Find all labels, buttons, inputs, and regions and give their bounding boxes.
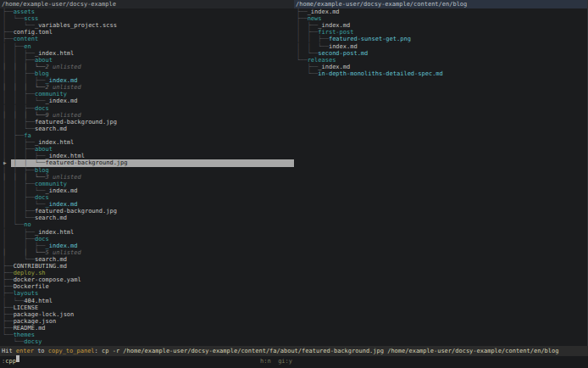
tree-row[interactable]: │ │ ├──_index.html xyxy=(3,139,294,146)
tree-row[interactable]: ├──LICENSE xyxy=(3,304,294,311)
tree-branch: │ │ ├── xyxy=(297,36,329,42)
tree-branch: │ └── xyxy=(297,50,318,57)
tree-row[interactable]: │ │ │ └──_index.md xyxy=(3,98,294,104)
file-name: 2 unlisted xyxy=(46,64,81,70)
tree-branch: └── xyxy=(297,70,318,77)
tree-branch: ├── xyxy=(3,8,14,15)
tree-branch: │ │ ├── xyxy=(3,50,35,57)
tree-row[interactable]: ▶│ │ │ └──featured-background.jpg xyxy=(3,159,294,166)
tree-row[interactable]: └──docsy xyxy=(3,338,294,345)
right-input-area[interactable] xyxy=(296,356,588,368)
tree-branch: └── xyxy=(297,57,308,64)
tree-row[interactable]: ├──layouts xyxy=(3,290,294,297)
tree-row[interactable]: │ │ ├──blog xyxy=(3,167,294,174)
dir-name: docsy xyxy=(24,338,42,345)
file-name: 5 unlisted xyxy=(46,249,81,256)
tree-row[interactable]: ├──Dockerfile xyxy=(3,283,294,290)
tree-branch: │ │ │ └── xyxy=(3,64,46,70)
tree-branch: │ └── xyxy=(3,221,24,228)
file-name: in-depth-monoliths-detailed-spec.md xyxy=(318,70,443,77)
tree-branch: ├── xyxy=(3,318,14,325)
tree-row[interactable]: │ │ ├──featured-sunset-get.png xyxy=(297,36,587,42)
tree-row[interactable]: │ └──scss xyxy=(3,15,294,22)
tree-row[interactable]: ├──package.json xyxy=(3,318,294,325)
tree-row[interactable]: │ ├──_index.html xyxy=(3,229,294,236)
tree-row[interactable]: │ │ │ └──9 unlisted xyxy=(3,112,294,119)
tree-row[interactable]: └──in-depth-monoliths-detailed-spec.md xyxy=(297,70,587,77)
file-name: second-post.md xyxy=(318,50,368,57)
tree-row[interactable]: ├──content xyxy=(3,36,294,42)
tree-row[interactable]: ├──_index.md xyxy=(297,8,587,15)
tree-row[interactable]: │ ├──fa xyxy=(3,132,294,139)
tree-row[interactable]: ├──news xyxy=(297,15,587,22)
tree-row[interactable]: └──releases xyxy=(297,57,587,64)
tree-row[interactable]: ├──_index.md xyxy=(297,64,587,70)
file-name: 9 unlisted xyxy=(46,112,81,119)
file-name: search.md xyxy=(35,125,67,132)
file-name: featured-background.jpg xyxy=(35,208,117,215)
tree-row[interactable]: │ ├──docs xyxy=(3,236,294,243)
dir-name: assets xyxy=(14,8,35,15)
tree-branch: │ │ ├── xyxy=(3,146,35,153)
tree-row[interactable]: │ │ ├──community xyxy=(3,181,294,187)
tree-row[interactable]: │ └──second-post.md xyxy=(297,50,587,57)
right-panel-root-path[interactable]: /home/example-user/docsy-example/content… xyxy=(294,0,587,8)
tree-row[interactable]: │ │ └──5 unlisted xyxy=(3,249,294,256)
tree-row[interactable]: │ │ ├──blog xyxy=(3,70,294,77)
dir-name: releases xyxy=(308,57,336,64)
file-name: search.md xyxy=(35,215,67,221)
tree-row[interactable]: │ │ └──index.md xyxy=(297,43,587,50)
tree-row[interactable]: │ │ └──search.md xyxy=(3,125,294,132)
tree-row[interactable]: │ │ ├──_index.md xyxy=(3,243,294,249)
tree-row[interactable]: ├──README.md xyxy=(3,325,294,332)
file-name: featured-background.jpg xyxy=(46,159,128,166)
dir-name: docs xyxy=(35,236,49,243)
tree-branch: │ │ ├── xyxy=(3,167,35,174)
dir-name: community xyxy=(35,181,67,187)
tree-row[interactable]: ├──assets xyxy=(3,8,294,15)
tree-row[interactable]: │ ├──en xyxy=(3,43,294,50)
file-name: search.md xyxy=(35,256,67,263)
file-name: 3 unlisted xyxy=(46,174,81,181)
tree-branch: ├── xyxy=(3,304,14,311)
tree-row[interactable]: ├──package-lock.json xyxy=(3,311,294,318)
tree-row[interactable]: │ │ ├──about xyxy=(3,57,294,64)
tree-row[interactable]: │ │ └──search.md xyxy=(3,215,294,221)
tree-branch: └── xyxy=(3,332,14,338)
status-segment: copy_to_panel xyxy=(48,348,95,354)
tree-branch: │ │ │ ├── xyxy=(3,77,46,84)
tree-row[interactable]: │ │ │ └──_index.md xyxy=(3,201,294,208)
tree-row[interactable]: │ └──no xyxy=(3,221,294,228)
command-input-area[interactable]: :cpp h:n gi:y xyxy=(0,356,296,368)
file-name: 404.html xyxy=(24,298,53,304)
tree-row[interactable]: │ │ ├──docs xyxy=(3,194,294,201)
tree-row[interactable]: │ └──search.md xyxy=(3,256,294,263)
tree-row[interactable]: ├──CONTRIBUTING.md xyxy=(3,263,294,270)
dir-name: news xyxy=(308,15,322,22)
tree-row[interactable]: │ │ ├──docs xyxy=(3,105,294,112)
tree-branch: ├── xyxy=(3,36,14,42)
status-segment: Hit xyxy=(2,348,16,354)
tree-branch: │ │ ├── xyxy=(3,181,35,187)
tree-branch: ├── xyxy=(3,270,14,276)
right-file-tree: ├──_index.md├──news│ ├──_index.md│ ├──fi… xyxy=(294,8,587,77)
tree-row[interactable]: │ │ │ └──_index.md xyxy=(3,187,294,194)
tree-row[interactable]: └──themes xyxy=(3,332,294,338)
tree-row[interactable]: ├──config.toml xyxy=(3,29,294,36)
tree-row[interactable]: │ │ ├──featured-background.jpg xyxy=(3,119,294,125)
tree-row[interactable]: │ │ │ └──2 unlisted xyxy=(3,64,294,70)
file-name: CONTRIBUTING.md xyxy=(14,263,67,270)
dir-name: themes xyxy=(14,332,35,338)
tree-row[interactable]: │ │ │ └──3 unlisted xyxy=(3,174,294,181)
tree-branch: │ │ ├── xyxy=(3,70,35,77)
command-input[interactable]: cpp xyxy=(5,356,16,368)
tree-branch: │ │ └── xyxy=(3,249,46,256)
tree-branch: │ │ ├── xyxy=(3,208,35,215)
left-panel-root-path[interactable]: /home/example-user/docsy-example xyxy=(0,0,294,8)
tree-row[interactable]: │ │ ├──_index.html xyxy=(3,50,294,57)
tree-row[interactable]: │ └──404.html xyxy=(3,298,294,304)
tree-branch: │ │ ├── xyxy=(3,119,35,125)
dir-name: scss xyxy=(24,15,38,22)
tree-row[interactable]: │ │ │ ├──_index.md xyxy=(3,77,294,84)
selection-marker-icon: ▶ xyxy=(3,159,7,166)
